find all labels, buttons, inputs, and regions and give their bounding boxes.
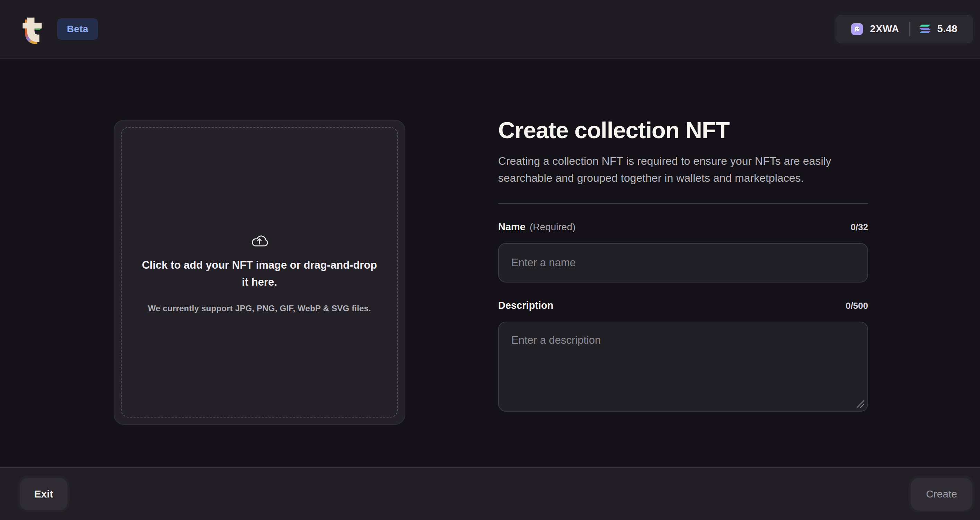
beta-badge: Beta: [57, 18, 98, 40]
resize-handle-icon[interactable]: [856, 399, 865, 408]
name-field-header: Name (Required) 0/32: [498, 221, 868, 233]
form-divider: [498, 203, 868, 204]
description-input[interactable]: [498, 322, 868, 412]
solana-icon: [920, 25, 931, 33]
phantom-wallet-icon: [851, 23, 863, 35]
wallet-address: 2XWA: [870, 23, 899, 35]
nft-image-dropzone[interactable]: Click to add your NFT image or drag-and-…: [114, 120, 405, 425]
top-header: Beta 2XWA: [0, 0, 980, 59]
description-field-header: Description 0/500: [498, 300, 868, 311]
app-logo-icon[interactable]: [16, 13, 44, 45]
dropzone-title: Click to add your NFT image or drag-and-…: [139, 257, 380, 290]
name-required-hint: (Required): [530, 222, 575, 233]
description-label: Description: [498, 300, 554, 311]
description-textarea-wrap: [498, 322, 868, 412]
description-char-counter: 0/500: [846, 301, 868, 311]
collection-form: Create collection NFT Creating a collect…: [498, 59, 868, 412]
main-content: Click to add your NFT image or drag-and-…: [0, 59, 980, 468]
dropzone-supported-formats: We currently support JPG, PNG, GIF, WebP…: [148, 304, 371, 313]
cloud-upload-icon: [249, 231, 270, 249]
name-label: Name: [498, 221, 525, 233]
pill-divider: [909, 22, 910, 36]
name-char-counter: 0/32: [850, 222, 868, 233]
page-description: Creating a collection NFT is required to…: [498, 153, 868, 187]
wallet-pill[interactable]: 2XWA: [835, 15, 973, 43]
dropzone-dashed-area: Click to add your NFT image or drag-and-…: [121, 127, 398, 417]
name-input[interactable]: [498, 243, 868, 282]
create-button[interactable]: Create: [911, 478, 972, 510]
exit-button[interactable]: Exit: [20, 478, 68, 510]
wallet-balance: 5.48: [937, 23, 958, 35]
create-collection-nft-page: Beta 2XWA: [0, 0, 980, 520]
page-title: Create collection NFT: [498, 117, 868, 143]
bottom-action-bar: Exit Create: [0, 468, 980, 520]
